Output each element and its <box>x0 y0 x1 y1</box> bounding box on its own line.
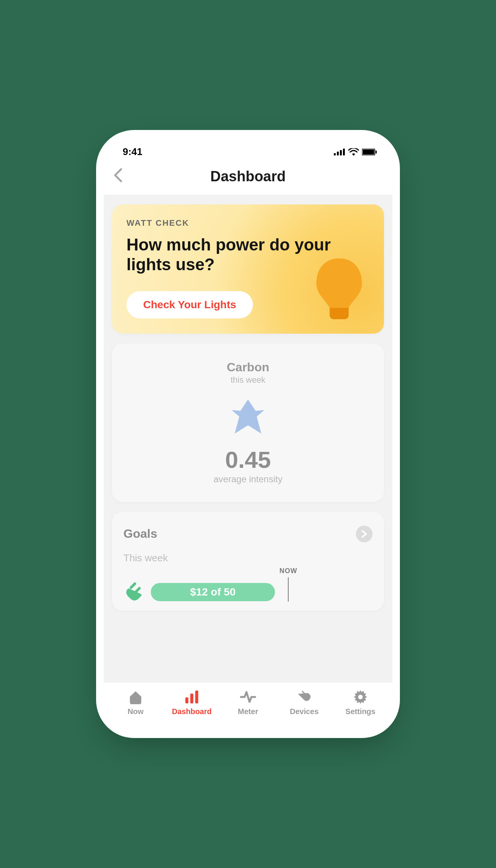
scroll-content[interactable]: WATT CHECK How much power do your lights… <box>104 195 392 683</box>
svg-rect-5 <box>363 149 374 155</box>
check-lights-button[interactable]: Check Your Lights <box>126 291 253 318</box>
svg-point-11 <box>358 695 363 699</box>
svg-rect-9 <box>195 691 198 703</box>
tab-meter[interactable]: Meter <box>220 689 276 716</box>
goals-progress-bar: $12 of 50 NOW <box>151 583 373 601</box>
plug-icon <box>123 581 146 603</box>
watt-kicker: WATT CHECK <box>126 218 370 228</box>
carbon-period: this week <box>123 375 373 385</box>
pylon-icon <box>227 396 269 437</box>
chevron-right-icon <box>361 530 367 538</box>
status-time: 9:41 <box>123 146 142 158</box>
now-marker: NOW <box>280 567 297 602</box>
now-tick <box>288 577 289 602</box>
carbon-label: average intensity <box>123 474 373 485</box>
tab-settings[interactable]: Settings <box>332 689 389 716</box>
status-bar: 9:41 <box>104 138 392 162</box>
now-label: NOW <box>280 567 297 575</box>
back-button[interactable] <box>113 168 123 185</box>
nav-bar: Dashboard <box>104 162 392 195</box>
now-icon <box>128 689 144 705</box>
svg-rect-2 <box>340 150 342 155</box>
devices-icon <box>296 689 312 705</box>
svg-rect-0 <box>334 153 336 155</box>
goals-card[interactable]: Goals This week $12 of 50 NOW <box>112 512 384 611</box>
phone-frame: 9:41 Dashboard WATT CHECK How much power… <box>104 138 392 730</box>
cellular-icon <box>334 149 345 155</box>
goals-title: Goals <box>123 527 157 541</box>
dashboard-icon <box>184 689 200 705</box>
tab-meter-label: Meter <box>238 707 258 716</box>
goals-progress-row: $12 of 50 NOW <box>123 581 373 603</box>
carbon-value: 0.45 <box>123 448 373 472</box>
status-icons <box>334 148 377 156</box>
tab-dashboard-label: Dashboard <box>172 707 212 716</box>
battery-icon <box>362 149 377 155</box>
tab-devices[interactable]: Devices <box>276 689 332 716</box>
svg-rect-1 <box>337 152 339 155</box>
wifi-icon <box>348 148 359 156</box>
svg-rect-8 <box>190 694 193 703</box>
tab-settings-label: Settings <box>346 707 376 716</box>
tab-now[interactable]: Now <box>107 689 164 716</box>
chevron-left-icon <box>113 168 123 183</box>
meter-icon <box>240 689 256 705</box>
svg-rect-6 <box>376 150 377 154</box>
goals-header: Goals <box>123 526 373 542</box>
carbon-card[interactable]: Carbon this week 0.45 average intensity <box>112 344 384 502</box>
goals-progress-text: $12 of 50 <box>190 586 236 598</box>
goals-detail-button[interactable] <box>356 526 373 542</box>
settings-icon <box>352 689 368 705</box>
page-title: Dashboard <box>210 168 286 185</box>
svg-rect-7 <box>185 697 188 703</box>
watt-check-card[interactable]: WATT CHECK How much power do your lights… <box>112 204 384 334</box>
tab-now-label: Now <box>128 707 144 716</box>
goals-progress-fill: $12 of 50 <box>151 583 275 601</box>
tab-bar: Now Dashboard Meter Devices Settings <box>104 683 392 730</box>
goals-period: This week <box>123 552 373 564</box>
svg-rect-3 <box>343 149 345 155</box>
carbon-title: Carbon <box>123 360 373 374</box>
tab-dashboard[interactable]: Dashboard <box>164 689 220 716</box>
tab-devices-label: Devices <box>290 707 319 716</box>
lightbulb-icon <box>313 255 366 323</box>
